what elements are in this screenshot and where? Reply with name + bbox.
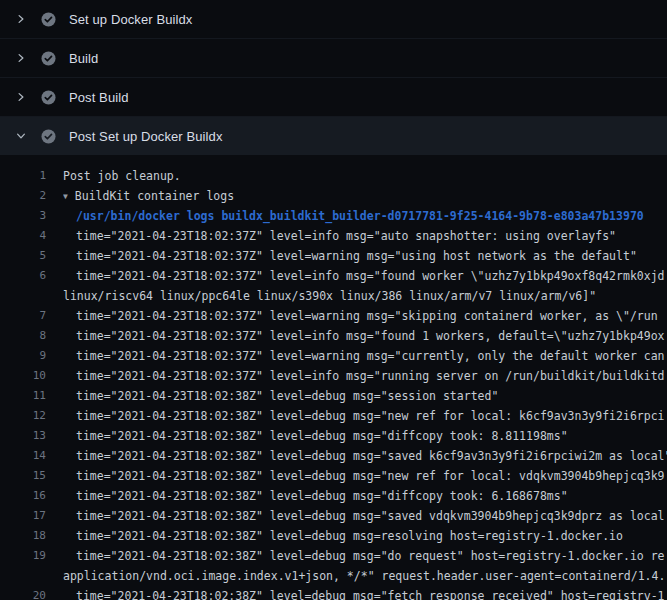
check-circle-icon bbox=[40, 50, 56, 66]
log-line: 14 time="2021-04-23T18:02:38Z" level=deb… bbox=[0, 446, 667, 466]
line-number bbox=[0, 286, 46, 306]
chevron-down-icon bbox=[13, 128, 29, 144]
step-label: Set up Docker Buildx bbox=[69, 12, 192, 27]
line-number[interactable]: 9 bbox=[0, 346, 46, 366]
log-text: time="2021-04-23T18:02:37Z" level=info m… bbox=[63, 326, 667, 346]
actions-log-viewer: Set up Docker Buildx Build Post Build bbox=[0, 0, 667, 600]
log-line-continuation: linux/riscv64 linux/ppc64le linux/s390x … bbox=[0, 286, 667, 306]
line-number[interactable]: 8 bbox=[0, 326, 46, 346]
line-number[interactable]: 10 bbox=[0, 366, 46, 386]
log-line: 9 time="2021-04-23T18:02:37Z" level=warn… bbox=[0, 346, 667, 366]
log-text: time="2021-04-23T18:02:38Z" level=debug … bbox=[63, 446, 667, 466]
line-number[interactable]: 19 bbox=[0, 546, 46, 566]
log-text: Post job cleanup. bbox=[63, 166, 667, 186]
line-number bbox=[0, 566, 46, 586]
line-number[interactable]: 1 bbox=[0, 166, 46, 186]
line-number[interactable]: 18 bbox=[0, 526, 46, 546]
line-number[interactable]: 20 bbox=[0, 586, 46, 600]
log-text: time="2021-04-23T18:02:37Z" level=warnin… bbox=[63, 246, 667, 266]
log-line: 15 time="2021-04-23T18:02:38Z" level=deb… bbox=[0, 466, 667, 486]
log-text: time="2021-04-23T18:02:38Z" level=debug … bbox=[63, 386, 667, 406]
log-text: time="2021-04-23T18:02:38Z" level=debug … bbox=[63, 546, 667, 566]
log-text: linux/riscv64 linux/ppc64le linux/s390x … bbox=[63, 286, 667, 306]
line-number[interactable]: 15 bbox=[0, 466, 46, 486]
log-line: 1 Post job cleanup. bbox=[0, 166, 667, 186]
step-row-post-setup-docker-buildx[interactable]: Post Set up Docker Buildx bbox=[0, 117, 667, 155]
log-line-continuation: application/vnd.oci.image.index.v1+json,… bbox=[0, 566, 667, 586]
log-line: 7 time="2021-04-23T18:02:37Z" level=warn… bbox=[0, 306, 667, 326]
log-text: time="2021-04-23T18:02:38Z" level=debug … bbox=[63, 586, 667, 600]
line-number[interactable]: 14 bbox=[0, 446, 46, 466]
log-line: 8 time="2021-04-23T18:02:37Z" level=info… bbox=[0, 326, 667, 346]
line-number[interactable]: 5 bbox=[0, 246, 46, 266]
log-text: time="2021-04-23T18:02:38Z" level=debug … bbox=[63, 466, 667, 486]
check-circle-icon bbox=[40, 89, 56, 105]
step-label: Build bbox=[69, 51, 98, 66]
check-circle-icon bbox=[40, 11, 56, 27]
log-text: time="2021-04-23T18:02:37Z" level=warnin… bbox=[63, 306, 667, 326]
log-text: time="2021-04-23T18:02:38Z" level=debug … bbox=[63, 486, 667, 506]
log-line: 16 time="2021-04-23T18:02:38Z" level=deb… bbox=[0, 486, 667, 506]
log-text: time="2021-04-23T18:02:38Z" level=debug … bbox=[63, 426, 667, 446]
log-line: 19 time="2021-04-23T18:02:38Z" level=deb… bbox=[0, 546, 667, 566]
caret-down-icon: ▼ bbox=[63, 187, 75, 206]
line-number[interactable]: 7 bbox=[0, 306, 46, 326]
step-label: Post Build bbox=[69, 90, 129, 105]
chevron-right-icon bbox=[13, 50, 29, 66]
log-line: 17 time="2021-04-23T18:02:38Z" level=deb… bbox=[0, 506, 667, 526]
log-line: 4 time="2021-04-23T18:02:37Z" level=info… bbox=[0, 226, 667, 246]
command-text: /usr/bin/docker logs buildx_buildkit_bui… bbox=[63, 206, 667, 226]
step-row-build[interactable]: Build bbox=[0, 39, 667, 78]
log-group-header[interactable]: 2 ▼BuildKit container logs bbox=[0, 186, 667, 206]
log-text: ▼BuildKit container logs bbox=[63, 186, 667, 206]
log-line: 12 time="2021-04-23T18:02:38Z" level=deb… bbox=[0, 406, 667, 426]
log-text: time="2021-04-23T18:02:38Z" level=debug … bbox=[63, 526, 667, 546]
step-row-post-build[interactable]: Post Build bbox=[0, 78, 667, 117]
log-text: application/vnd.oci.image.index.v1+json,… bbox=[63, 566, 667, 586]
line-number[interactable]: 17 bbox=[0, 506, 46, 526]
step-list: Set up Docker Buildx Build Post Build bbox=[0, 0, 667, 155]
line-number[interactable]: 12 bbox=[0, 406, 46, 426]
line-number[interactable]: 13 bbox=[0, 426, 46, 446]
log-line: 5 time="2021-04-23T18:02:37Z" level=warn… bbox=[0, 246, 667, 266]
log-text: time="2021-04-23T18:02:37Z" level=warnin… bbox=[63, 346, 667, 366]
log-line: 3 /usr/bin/docker logs buildx_buildkit_b… bbox=[0, 206, 667, 226]
line-number[interactable]: 11 bbox=[0, 386, 46, 406]
chevron-right-icon bbox=[13, 89, 29, 105]
log-line: 13 time="2021-04-23T18:02:38Z" level=deb… bbox=[0, 426, 667, 446]
log-text: time="2021-04-23T18:02:38Z" level=debug … bbox=[63, 406, 667, 426]
log-line: 6 time="2021-04-23T18:02:37Z" level=info… bbox=[0, 266, 667, 286]
log-text: time="2021-04-23T18:02:38Z" level=debug … bbox=[63, 506, 667, 526]
check-circle-icon bbox=[40, 128, 56, 144]
line-number[interactable]: 16 bbox=[0, 486, 46, 506]
line-number[interactable]: 6 bbox=[0, 266, 46, 286]
step-row-setup-docker-buildx[interactable]: Set up Docker Buildx bbox=[0, 0, 667, 39]
step-label: Post Set up Docker Buildx bbox=[69, 129, 223, 144]
log-content: 1 Post job cleanup. 2 ▼BuildKit containe… bbox=[0, 155, 667, 600]
chevron-right-icon bbox=[13, 11, 29, 27]
log-text: time="2021-04-23T18:02:37Z" level=info m… bbox=[63, 266, 667, 286]
group-title: BuildKit container logs bbox=[75, 189, 234, 203]
line-number[interactable]: 4 bbox=[0, 226, 46, 246]
log-line: 10 time="2021-04-23T18:02:37Z" level=inf… bbox=[0, 366, 667, 386]
line-number[interactable]: 2 bbox=[0, 186, 46, 206]
line-number[interactable]: 3 bbox=[0, 206, 46, 226]
log-text: time="2021-04-23T18:02:37Z" level=info m… bbox=[63, 366, 667, 386]
log-line: 11 time="2021-04-23T18:02:38Z" level=deb… bbox=[0, 386, 667, 406]
log-line: 18 time="2021-04-23T18:02:38Z" level=deb… bbox=[0, 526, 667, 546]
log-line: 20 time="2021-04-23T18:02:38Z" level=deb… bbox=[0, 586, 667, 600]
log-text: time="2021-04-23T18:02:37Z" level=info m… bbox=[63, 226, 667, 246]
